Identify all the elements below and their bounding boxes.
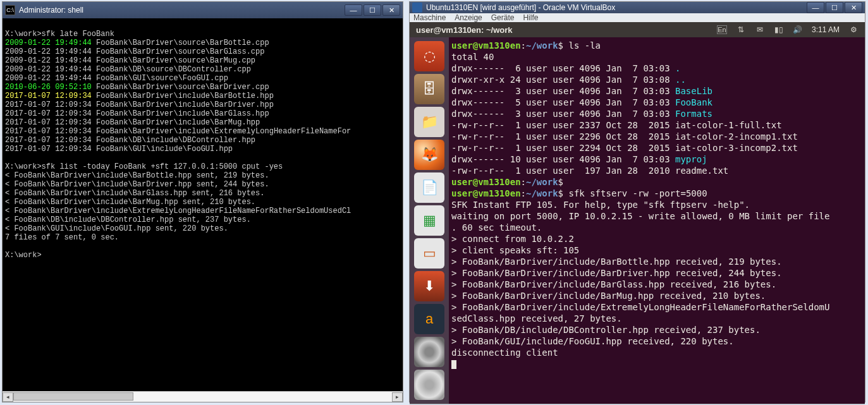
vbox-menu-item[interactable]: Hilfe xyxy=(523,13,538,22)
files-icon[interactable]: 🗄 xyxy=(414,74,444,104)
ubuntu-topbar: user@vm1310en: ~/work En ⇅ ✉ ▮▯ 🔊 3:11 A… xyxy=(410,22,865,37)
minimize-button[interactable]: — xyxy=(807,2,824,13)
minimize-button[interactable]: — xyxy=(345,4,362,16)
clock[interactable]: 3:11 AM xyxy=(812,25,840,34)
network-icon[interactable]: ⇅ xyxy=(736,25,746,34)
shell-titlebar[interactable]: C:\ Administrator: shell — ☐ ✕ xyxy=(3,2,403,18)
shell-title: Administrator: shell xyxy=(19,6,343,15)
ubuntu-guest: user@vm1310en: ~/work En ⇅ ✉ ▮▯ 🔊 3:11 A… xyxy=(410,22,865,404)
amazon-icon[interactable]: a xyxy=(414,304,444,334)
close-button[interactable]: ✕ xyxy=(382,4,400,16)
battery-icon[interactable]: ▮▯ xyxy=(774,25,784,34)
scroll-left-button[interactable]: ◂ xyxy=(3,392,13,402)
shell-window: C:\ Administrator: shell — ☐ ✕ X:\work>s… xyxy=(2,1,403,402)
firefox-icon[interactable]: 🦊 xyxy=(414,140,444,170)
vbox-window: Ubuntu1310EN [wird ausgeführt] - Oracle … xyxy=(409,1,865,402)
vbox-title: Ubuntu1310EN [wird ausgeführt] - Oracle … xyxy=(426,3,805,12)
vbox-menu-item[interactable]: Anzeige xyxy=(455,13,482,22)
maximize-button[interactable]: ☐ xyxy=(364,4,381,16)
keyboard-layout-indicator[interactable]: En xyxy=(717,25,727,34)
cmd-icon: C:\ xyxy=(5,5,15,15)
close-button[interactable]: ✕ xyxy=(845,2,862,13)
writer-icon[interactable]: 📄 xyxy=(414,172,444,203)
unity-launcher: ◌ 🗄 📁 🦊 📄 ▦ ▭ ⬇ a xyxy=(410,37,449,404)
shell-terminal[interactable]: X:\work>sfk late FooBank 2009-01-22 19:4… xyxy=(3,18,403,391)
dash-icon[interactable]: ◌ xyxy=(414,41,444,71)
volume-icon[interactable]: 🔊 xyxy=(793,25,803,34)
scroll-track[interactable] xyxy=(13,392,392,402)
calc-icon[interactable]: ▦ xyxy=(414,205,444,236)
vbox-menu-item[interactable]: Maschine xyxy=(413,13,446,22)
scroll-thumb[interactable] xyxy=(13,392,133,401)
maximize-button[interactable]: ☐ xyxy=(826,2,843,13)
gear-icon[interactable]: ⚙ xyxy=(848,25,859,34)
disk2-icon[interactable] xyxy=(414,370,444,400)
software-center-icon[interactable]: ⬇ xyxy=(414,271,444,301)
folder-icon[interactable]: 📁 xyxy=(414,107,444,137)
vbox-menu-item[interactable]: Geräte xyxy=(491,13,515,22)
messages-icon[interactable]: ✉ xyxy=(755,25,765,34)
vbox-titlebar[interactable]: Ubuntu1310EN [wird ausgeführt] - Oracle … xyxy=(410,2,865,13)
vbox-menubar: MaschineAnzeigeGeräteHilfe xyxy=(410,13,865,22)
disk1-icon[interactable] xyxy=(414,337,444,367)
ubuntu-terminal[interactable]: user@vm1310en:~/work$ ls -la total 40 dr… xyxy=(449,37,865,404)
scroll-right-button[interactable]: ▸ xyxy=(392,392,403,402)
ubuntu-window-title: user@vm1310en: ~/work xyxy=(416,25,513,35)
impress-icon[interactable]: ▭ xyxy=(414,238,444,269)
vbox-icon xyxy=(412,3,422,13)
shell-h-scrollbar[interactable]: ◂ ▸ xyxy=(3,391,403,402)
